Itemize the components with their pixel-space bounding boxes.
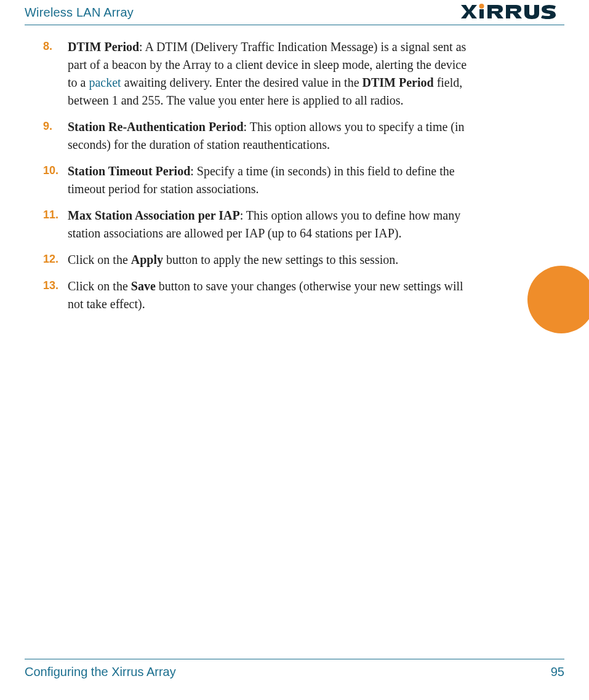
- step-number: 11.: [43, 207, 58, 223]
- page-number: 95: [551, 665, 564, 679]
- packet-link[interactable]: packet: [89, 76, 121, 89]
- step-text: Click on the: [68, 253, 131, 266]
- step-body: Click on the Apply button to apply the n…: [68, 253, 398, 266]
- svg-point-1: [479, 4, 484, 9]
- step-number: 12.: [43, 251, 58, 267]
- step-number: 10.: [43, 162, 58, 178]
- step-body: Station Re-Authentication Period: This o…: [68, 120, 465, 151]
- step-text: button to apply the new settings to this…: [163, 253, 398, 266]
- page-footer: Configuring the Xirrus Array 95: [25, 665, 564, 679]
- xirrus-logo-icon: [460, 4, 564, 21]
- step-body: Max Station Association per IAP: This op…: [68, 209, 460, 240]
- step-body: Station Timeout Period: Specify a time (…: [68, 164, 455, 196]
- ui-term-apply: Apply: [131, 253, 163, 266]
- header-title: Wireless LAN Array: [25, 6, 134, 20]
- step-body: Click on the Save button to save your ch…: [68, 279, 463, 311]
- header-rule: [25, 25, 564, 25]
- step-term: Station Timeout Period: [68, 164, 190, 178]
- step-text: Click on the: [68, 279, 131, 293]
- ui-term-save: Save: [131, 279, 156, 293]
- brand-logo: [460, 4, 564, 21]
- footer-section: Configuring the Xirrus Array: [25, 665, 176, 679]
- list-item: 13. Click on the Save button to save you…: [43, 277, 474, 313]
- svg-rect-0: [479, 9, 484, 18]
- step-number: 8.: [43, 38, 52, 54]
- list-item: 8. DTIM Period: A DTIM (Delivery Traffic…: [43, 38, 474, 109]
- step-number: 9.: [43, 118, 52, 134]
- page: Wireless LAN Array: [0, 0, 589, 700]
- step-list: 8. DTIM Period: A DTIM (Delivery Traffic…: [43, 38, 474, 313]
- list-item: 12. Click on the Apply button to apply t…: [43, 251, 474, 269]
- step-body: DTIM Period: A DTIM (Delivery Traffic In…: [68, 40, 467, 107]
- step-number: 13.: [43, 277, 58, 293]
- list-item: 10. Station Timeout Period: Specify a ti…: [43, 162, 474, 198]
- circle-icon: [527, 266, 589, 333]
- section-marker: [527, 266, 589, 333]
- inline-term: DTIM Period: [363, 76, 434, 89]
- list-item: 11. Max Station Association per IAP: Thi…: [43, 207, 474, 242]
- body-content: 8. DTIM Period: A DTIM (Delivery Traffic…: [43, 38, 474, 322]
- step-term: DTIM Period: [68, 40, 139, 54]
- step-term: Max Station Association per IAP: [68, 209, 240, 222]
- list-item: 9. Station Re-Authentication Period: Thi…: [43, 118, 474, 154]
- step-text: awaiting delivery. Enter the desired val…: [121, 76, 363, 89]
- footer-rule: [25, 659, 564, 659]
- page-header: Wireless LAN Array: [0, 0, 589, 25]
- step-term: Station Re-Authentication Period: [68, 120, 244, 133]
